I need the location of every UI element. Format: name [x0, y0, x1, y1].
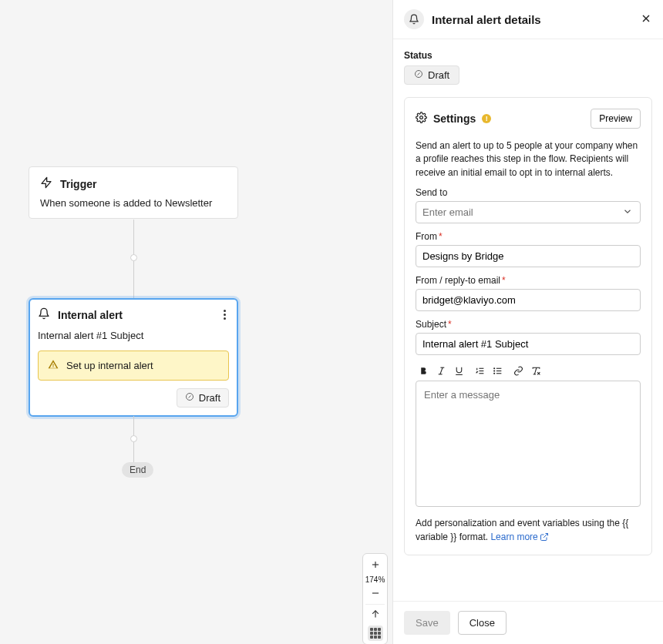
reply-to-input[interactable]	[416, 289, 641, 311]
draft-icon	[185, 392, 194, 404]
settings-section: Settings ! Preview Send an alert to up t…	[404, 97, 652, 555]
details-panel: Internal alert details Status Draft Sett…	[392, 0, 663, 644]
zoom-out-button[interactable]	[363, 585, 387, 602]
status-pill: Draft	[404, 65, 459, 85]
preview-button[interactable]: Preview	[591, 109, 641, 129]
trigger-card[interactable]: Trigger When someone is added to Newslet…	[29, 166, 238, 219]
bell-icon	[38, 307, 50, 322]
internal-alert-card[interactable]: Internal alert Internal alert #1 Subject…	[29, 298, 238, 417]
settings-description: Send an alert to up to 5 people at your …	[416, 139, 641, 179]
svg-point-8	[420, 116, 423, 119]
setup-alert-banner[interactable]: Set up internal alert	[38, 351, 229, 381]
link-button[interactable]	[513, 366, 523, 376]
svg-point-20	[494, 371, 495, 371]
bullet-list-button[interactable]	[493, 366, 503, 376]
draft-status-pill: Draft	[177, 388, 229, 408]
subject-label: Subject*	[416, 319, 641, 330]
gear-icon	[416, 112, 427, 126]
flow-add-node[interactable]	[130, 254, 137, 261]
chevron-down-icon	[622, 206, 633, 219]
bell-icon	[404, 9, 424, 29]
save-button[interactable]: Save	[404, 611, 450, 635]
flow-canvas[interactable]: Trigger When someone is added to Newslet…	[0, 0, 392, 644]
svg-point-21	[494, 373, 495, 374]
personalization-hint: Add personalization and event variables …	[416, 517, 641, 544]
draft-label: Draft	[199, 392, 220, 404]
settings-title: Settings	[433, 112, 476, 125]
grid-view-button[interactable]	[368, 626, 383, 641]
svg-point-19	[494, 368, 495, 369]
trigger-description: When someone is added to Newsletter	[40, 197, 227, 209]
reply-label: From / reply-to email*	[416, 275, 641, 286]
alert-card-subject: Internal alert #1 Subject	[38, 330, 229, 341]
external-link-icon	[538, 532, 549, 542]
status-label: Status	[404, 50, 652, 61]
close-button[interactable]: Close	[458, 611, 507, 635]
underline-button[interactable]	[454, 366, 464, 376]
zoom-percent: 174%	[365, 574, 385, 585]
setup-banner-text: Set up internal alert	[66, 360, 153, 371]
learn-more-link[interactable]: Learn more	[490, 532, 548, 542]
bold-button[interactable]	[419, 366, 429, 376]
editor-toolbar	[416, 366, 641, 381]
ordered-list-button[interactable]	[475, 366, 485, 376]
card-menu-button[interactable]	[220, 308, 229, 321]
from-input[interactable]	[416, 245, 641, 267]
flow-end-badge: End	[122, 462, 153, 478]
panel-footer: Save Close	[393, 601, 663, 644]
send-to-label: Send to	[416, 187, 641, 198]
message-input[interactable]	[416, 381, 641, 507]
send-to-input[interactable]	[416, 201, 641, 223]
lightning-icon	[40, 176, 52, 191]
zoom-controls: 174%	[362, 553, 388, 644]
fit-view-button[interactable]	[363, 606, 387, 623]
italic-button[interactable]	[436, 366, 446, 376]
zoom-in-button[interactable]	[363, 557, 387, 574]
close-panel-button[interactable]	[640, 12, 652, 27]
draft-icon	[414, 69, 423, 81]
panel-title: Internal alert details	[432, 13, 541, 26]
flow-add-node[interactable]	[130, 435, 137, 442]
from-label: From*	[416, 231, 641, 242]
warning-icon	[48, 359, 59, 372]
alert-card-title: Internal alert	[58, 309, 123, 321]
subject-input[interactable]	[416, 333, 641, 355]
svg-line-24	[544, 533, 548, 538]
warning-badge-icon: !	[482, 114, 491, 123]
status-value: Draft	[428, 69, 449, 81]
svg-line-11	[440, 367, 443, 374]
clear-format-button[interactable]	[531, 366, 541, 376]
panel-header: Internal alert details	[393, 0, 663, 39]
trigger-title: Trigger	[60, 178, 96, 190]
